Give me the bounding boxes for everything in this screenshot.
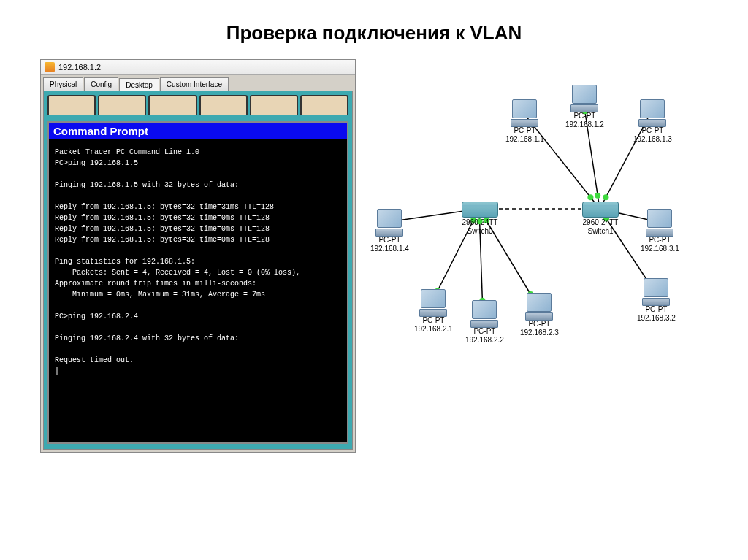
switch-device[interactable]: 2960-24TTSwitch1 xyxy=(582,202,619,235)
tab-config[interactable]: Config xyxy=(84,77,118,91)
tab-desktop[interactable]: Desktop xyxy=(119,78,159,91)
device-ip: 192.168.1.2 xyxy=(565,120,604,129)
pc-device[interactable]: PC-PT192.168.2.3 xyxy=(520,293,559,337)
pc-icon xyxy=(645,209,674,235)
device-ip: 192.168.3.1 xyxy=(641,245,679,253)
device-label: 2960-24TT xyxy=(582,218,619,226)
device-ip: 192.168.1.3 xyxy=(633,135,672,143)
svg-point-16 xyxy=(595,193,600,199)
device-ip: 192.168.1.4 xyxy=(370,245,409,253)
pc-window: 192.168.1.2 Physical Config Desktop Cust… xyxy=(40,59,356,453)
command-prompt-window: Command Prompt Packet Tracer PC Command … xyxy=(47,121,348,444)
terminal-output[interactable]: Packet Tracer PC Command Line 1.0 PC>pin… xyxy=(49,139,347,442)
device-label: PC-PT xyxy=(565,112,604,120)
pc-icon xyxy=(419,289,448,315)
pc-device[interactable]: PC-PT192.168.1.3 xyxy=(633,99,672,143)
device-label: PC-PT xyxy=(370,236,409,244)
desktop-app-icon[interactable] xyxy=(250,95,298,115)
pc-device[interactable]: PC-PT192.168.1.4 xyxy=(370,209,409,253)
device-ip: 192.168.2.1 xyxy=(414,325,453,333)
device-ip: 192.168.1.1 xyxy=(505,135,544,143)
desktop-app-icon[interactable] xyxy=(199,95,248,115)
command-prompt-title: Command Prompt xyxy=(49,123,347,139)
switch-icon xyxy=(462,202,498,218)
device-label: PC-PT xyxy=(637,305,676,313)
network-topology: PC-PT192.168.1.1PC-PT192.168.1.2PC-PT192… xyxy=(363,59,708,453)
switch-icon xyxy=(582,202,619,218)
desktop-app-icon[interactable] xyxy=(300,95,348,115)
pc-icon xyxy=(375,209,404,235)
pc-device[interactable]: PC-PT192.168.3.2 xyxy=(637,278,676,322)
tab-custom-interface[interactable]: Custom Interface xyxy=(160,77,229,91)
pc-icon xyxy=(638,99,667,126)
svg-point-13 xyxy=(587,194,593,200)
pc-icon xyxy=(641,278,671,304)
window-title-text: 192.168.1.2 xyxy=(58,63,101,72)
pc-device[interactable]: PC-PT192.168.1.2 xyxy=(565,85,604,129)
pc-device[interactable]: PC-PT192.168.2.1 xyxy=(414,289,453,333)
page-title: Проверка подключения к VLAN xyxy=(0,22,748,45)
window-titlebar[interactable]: 192.168.1.2 xyxy=(41,60,355,75)
tabs-container: Physical Config Desktop Custom Interface xyxy=(43,77,353,91)
packet-tracer-icon xyxy=(45,62,55,72)
device-ip: 192.168.3.2 xyxy=(637,314,676,322)
tab-body: Command Prompt Packet Tracer PC Command … xyxy=(43,91,353,450)
pc-device[interactable]: PC-PT192.168.1.1 xyxy=(505,99,544,143)
desktop-app-icon[interactable] xyxy=(98,95,146,115)
pc-device[interactable]: PC-PT192.168.3.1 xyxy=(641,209,679,253)
device-label: PC-PT xyxy=(633,126,672,134)
pc-icon xyxy=(470,300,499,326)
pc-icon xyxy=(510,99,539,126)
tab-physical[interactable]: Physical xyxy=(43,77,83,91)
device-label: PC-PT xyxy=(520,320,559,328)
device-ip: Switch1 xyxy=(582,227,619,235)
pc-icon xyxy=(570,85,599,111)
device-label: PC-PT xyxy=(505,126,544,134)
switch-device[interactable]: 2960-24TTSwitch0 xyxy=(462,202,498,235)
pc-device[interactable]: PC-PT192.168.2.2 xyxy=(465,300,504,344)
device-ip: Switch0 xyxy=(462,227,498,235)
desktop-app-icon[interactable] xyxy=(47,95,96,115)
pc-icon xyxy=(524,293,554,319)
device-label: PC-PT xyxy=(414,316,453,324)
desktop-icons-row xyxy=(47,95,348,115)
device-label: PC-PT xyxy=(641,236,679,244)
device-label: 2960-24TT xyxy=(462,218,498,226)
device-ip: 192.168.2.3 xyxy=(520,329,559,337)
desktop-app-icon[interactable] xyxy=(148,95,196,115)
device-ip: 192.168.2.2 xyxy=(465,336,504,344)
device-label: PC-PT xyxy=(465,327,504,335)
svg-point-19 xyxy=(603,194,608,200)
